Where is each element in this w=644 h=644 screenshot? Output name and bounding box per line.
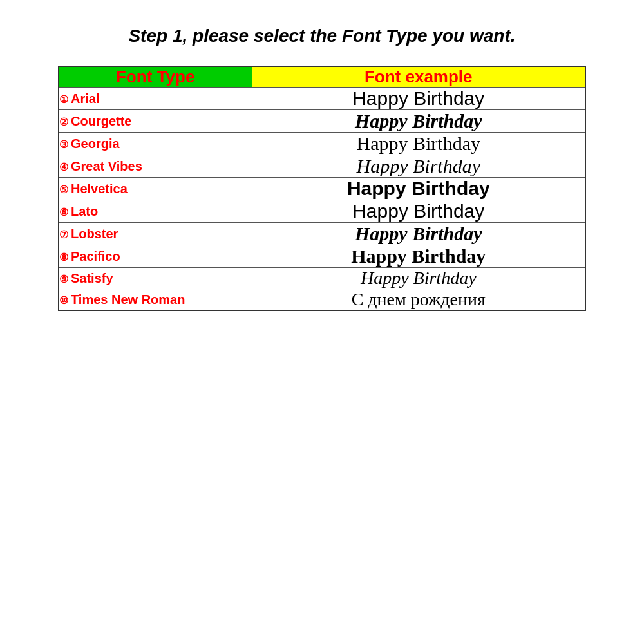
- table-row[interactable]: ⑨SatisfyHappy Birthday: [59, 268, 585, 289]
- font-name-cell: ②Courgette: [59, 110, 252, 133]
- row-number: ⑩: [59, 295, 68, 306]
- font-name-cell: ⑨Satisfy: [59, 268, 252, 289]
- font-example-text: Happy Birthday: [352, 200, 484, 222]
- font-example-cell: Happy Birthday: [252, 155, 585, 178]
- font-name-cell: ④Great Vibes: [59, 155, 252, 178]
- font-name-cell: ⑦Lobster: [59, 223, 252, 245]
- font-example-text: Happy Birthday: [357, 133, 480, 154]
- row-number: ③: [59, 139, 68, 150]
- font-name-cell: ⑩Times New Roman: [59, 289, 252, 311]
- table-row[interactable]: ⑥LatoHappy Birthday: [59, 200, 585, 223]
- font-example-cell: Happy Birthday: [252, 88, 585, 110]
- font-example-text: Happy Birthday: [347, 178, 490, 199]
- font-name-cell: ⑥Lato: [59, 200, 252, 223]
- font-name-cell: ③Georgia: [59, 133, 252, 155]
- page-title: Step 1, please select the Font Type you …: [128, 26, 515, 46]
- font-example-cell: Happy Birthday: [252, 133, 585, 155]
- column-header-font-type: Font Type: [59, 66, 252, 88]
- font-example-text: Happy Birthday: [355, 223, 482, 244]
- font-name-cell: ⑤Helvetica: [59, 178, 252, 200]
- font-name-cell: ①Arial: [59, 88, 252, 110]
- table-row[interactable]: ⑩Times New RomanС днем рождения: [59, 289, 585, 311]
- table-row[interactable]: ⑧PacificoHappy Birthday: [59, 245, 585, 268]
- row-number: ④: [59, 162, 68, 173]
- font-example-text: Happy Birthday: [357, 155, 480, 176]
- font-example-text: С днем рождения: [352, 289, 486, 309]
- row-number: ⑧: [59, 252, 68, 263]
- table-row[interactable]: ①ArialHappy Birthday: [59, 88, 585, 110]
- table-row[interactable]: ②CourgetteHappy Birthday: [59, 110, 585, 133]
- table-row[interactable]: ⑤HelveticaHappy Birthday: [59, 178, 585, 200]
- row-number: ⑨: [59, 274, 68, 285]
- table-row[interactable]: ④Great VibesHappy Birthday: [59, 155, 585, 178]
- row-number: ⑦: [59, 229, 68, 240]
- font-example-cell: Happy Birthday: [252, 268, 585, 289]
- row-number: ②: [59, 117, 68, 128]
- row-number: ①: [59, 94, 68, 105]
- font-example-text: Happy Birthday: [351, 245, 486, 267]
- font-example-cell: Happy Birthday: [252, 178, 585, 200]
- table-row[interactable]: ⑦LobsterHappy Birthday: [59, 223, 585, 245]
- row-number: ⑤: [59, 184, 68, 195]
- font-example-cell: Happy Birthday: [252, 200, 585, 223]
- column-header-font-example: Font example: [252, 66, 585, 88]
- font-name-cell: ⑧Pacifico: [59, 245, 252, 268]
- font-example-text: Happy Birthday: [361, 268, 477, 288]
- font-example-cell: Happy Birthday: [252, 245, 585, 268]
- font-example-cell: С днем рождения: [252, 289, 585, 311]
- row-number: ⑥: [59, 207, 68, 218]
- font-example-text: Happy Birthday: [355, 110, 482, 131]
- font-type-table: Font Type Font example ①ArialHappy Birth…: [58, 66, 586, 311]
- font-example-text: Happy Birthday: [352, 88, 484, 109]
- font-example-cell: Happy Birthday: [252, 110, 585, 133]
- table-row[interactable]: ③GeorgiaHappy Birthday: [59, 133, 585, 155]
- font-example-cell: Happy Birthday: [252, 223, 585, 245]
